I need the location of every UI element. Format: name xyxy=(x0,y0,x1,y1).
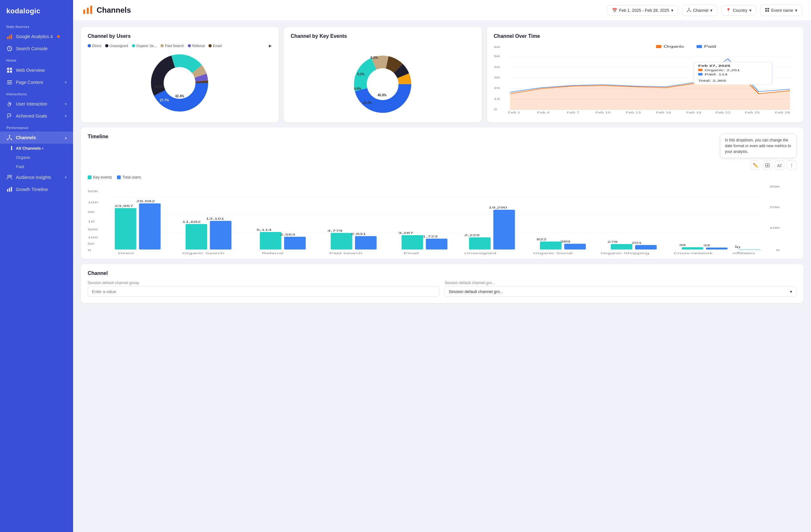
svg-text:0: 0 xyxy=(88,248,91,252)
section-data-sources: Data Sources xyxy=(0,21,73,31)
expand-icon[interactable]: ▶ xyxy=(269,44,272,48)
legend-unassigned: Unassigned xyxy=(105,44,128,48)
sidebar-item-achieved-goals[interactable]: Achieved Goals ▾ xyxy=(0,110,73,122)
svg-text:Email: Email xyxy=(403,252,419,255)
svg-text:Paid: 114: Paid: 114 xyxy=(705,73,728,76)
sidebar-item-label: Web Overview xyxy=(16,68,45,73)
svg-rect-7 xyxy=(10,71,12,73)
svg-text:5,114: 5,114 xyxy=(257,228,272,231)
svg-text:6.3%: 6.3% xyxy=(370,56,378,59)
people-icon xyxy=(6,174,13,181)
bar xyxy=(469,238,491,249)
edit-button[interactable]: ✏️ xyxy=(751,161,760,170)
filter-bar: 📅 Feb 1, 2025 - Feb 28, 2025 ▾ Channel ▾… xyxy=(607,5,802,16)
sidebar-item-google-analytics[interactable]: Google Analytics 4 xyxy=(0,31,73,43)
svg-rect-66 xyxy=(698,69,702,71)
legend-key-events: Key events xyxy=(88,175,112,180)
svg-text:50: 50 xyxy=(88,242,94,245)
sidebar-item-label: Growth Timeline xyxy=(16,187,48,192)
channel-filter-dropdown[interactable]: Session default channel gro... ▾ xyxy=(445,286,796,297)
svg-text:42.4%: 42.4% xyxy=(175,94,184,98)
svg-text:Feb 16: Feb 16 xyxy=(656,111,671,114)
topbar: Channels 📅 Feb 1, 2025 - Feb 28, 2025 ▾ … xyxy=(73,0,811,21)
event-name-filter-button[interactable]: Event name ▾ xyxy=(760,5,802,16)
sidebar-sub-item-all-channels[interactable]: All Channels • xyxy=(0,143,73,153)
svg-text:Paid: Paid xyxy=(704,45,716,49)
svg-text:Affiliates: Affiliates xyxy=(732,252,755,255)
timeline-toolbar: ✏️ AZ ⋮ xyxy=(751,161,796,170)
date-filter-button[interactable]: 📅 Feb 1, 2025 - Feb 28, 2025 ▾ xyxy=(607,5,678,16)
svg-text:Organic: Organic xyxy=(663,45,685,49)
svg-rect-5 xyxy=(10,68,12,70)
dropdown-value: Session default channel gro... xyxy=(449,289,503,294)
svg-text:39: 39 xyxy=(679,243,686,247)
channel-filter-input-1[interactable] xyxy=(88,286,440,297)
flag-icon xyxy=(6,113,13,119)
sidebar-item-label: Audience Insights xyxy=(16,175,51,180)
bar xyxy=(540,242,562,249)
section-interactions: Interactions xyxy=(0,88,73,98)
main-content: Channels 📅 Feb 1, 2025 - Feb 28, 2025 ▾ … xyxy=(73,0,811,532)
svg-text:1: 1 xyxy=(734,245,738,248)
sidebar-item-web-overview[interactable]: Web Overview xyxy=(0,64,73,76)
legend-label: Total users xyxy=(122,175,141,180)
puzzle-icon xyxy=(765,7,769,13)
channel-filter-button[interactable]: Channel ▾ xyxy=(682,5,717,16)
bar xyxy=(682,247,703,249)
timeline-card: Timeline In this dropdown, you can chang… xyxy=(81,127,804,259)
svg-text:4,779: 4,779 xyxy=(327,229,342,232)
svg-rect-2 xyxy=(11,34,12,39)
legend-paid: Paid Search xyxy=(160,44,184,48)
charts-row: Channel by Users Direct Unassigned Organ… xyxy=(81,27,804,122)
svg-rect-71 xyxy=(656,45,661,48)
sidebar-sub-item-paid[interactable]: Paid xyxy=(0,162,73,171)
svg-point-22 xyxy=(688,7,689,9)
sidebar-item-user-interaction[interactable]: User Interaction ▾ xyxy=(0,98,73,110)
tooltip-bubble: In this dropdown, you can change the dat… xyxy=(720,134,796,158)
sidebar: kodalogic Data Sources Google Analytics … xyxy=(0,0,73,532)
sidebar-item-channels[interactable]: Channels ▴ xyxy=(0,132,73,143)
svg-text:500: 500 xyxy=(88,228,98,231)
sidebar-sub-item-organic[interactable]: Organic xyxy=(0,153,73,162)
svg-point-23 xyxy=(687,11,688,12)
chevron-down-icon: ▾ xyxy=(790,289,792,294)
sidebar-item-growth-timeline[interactable]: Growth Timeline xyxy=(0,183,73,195)
chevron-down-icon: ▾ xyxy=(710,8,713,13)
svg-text:4K: 4K xyxy=(494,65,501,68)
sidebar-item-search-console[interactable]: Search Console xyxy=(0,43,73,55)
bar xyxy=(139,203,160,249)
logo: kodalogic xyxy=(0,0,73,21)
export-button[interactable] xyxy=(763,161,772,170)
svg-text:822: 822 xyxy=(536,238,547,241)
filter-label-1: Session default channel group xyxy=(88,280,440,285)
svg-text:Feb 19: Feb 19 xyxy=(686,111,701,114)
svg-text:30K: 30K xyxy=(769,185,780,188)
svg-text:Feb 4: Feb 4 xyxy=(537,111,549,114)
svg-text:0: 0 xyxy=(776,248,780,252)
sidebar-item-label: Google Analytics 4 xyxy=(16,34,53,39)
fork-icon xyxy=(6,134,13,141)
svg-text:1K: 1K xyxy=(494,97,501,101)
sidebar-item-audience-insights[interactable]: Audience Insights ▾ xyxy=(0,171,73,183)
legend-referral: Referral xyxy=(188,44,205,48)
svg-rect-21 xyxy=(90,6,92,14)
svg-text:13,101: 13,101 xyxy=(206,217,224,220)
more-button[interactable]: ⋮ xyxy=(787,161,796,170)
country-filter-label: Country xyxy=(733,8,747,13)
svg-text:23,957: 23,957 xyxy=(115,204,133,208)
channel-by-key-events-title: Channel by Key Events xyxy=(291,33,475,39)
timeline-header: Timeline In this dropdown, you can chang… xyxy=(88,134,796,170)
svg-text:Total: 2,365: Total: 2,365 xyxy=(698,79,726,82)
svg-text:389: 389 xyxy=(560,240,570,243)
channel-filter-title: Channel xyxy=(88,271,796,276)
sidebar-item-label: User Interaction xyxy=(16,101,47,106)
chevron-down-icon: ▾ xyxy=(65,176,67,180)
legend-dot xyxy=(209,44,212,47)
country-filter-button[interactable]: 📍 Country ▾ xyxy=(721,5,756,16)
sidebar-item-page-content[interactable]: Page Content ▾ xyxy=(0,76,73,88)
svg-text:Feb 1: Feb 1 xyxy=(508,111,520,114)
legend-label: Key events xyxy=(93,175,112,180)
svg-rect-0 xyxy=(7,37,8,39)
svg-text:Organic Shopping: Organic Shopping xyxy=(601,252,649,255)
svg-text:45.9%: 45.9% xyxy=(378,93,386,97)
